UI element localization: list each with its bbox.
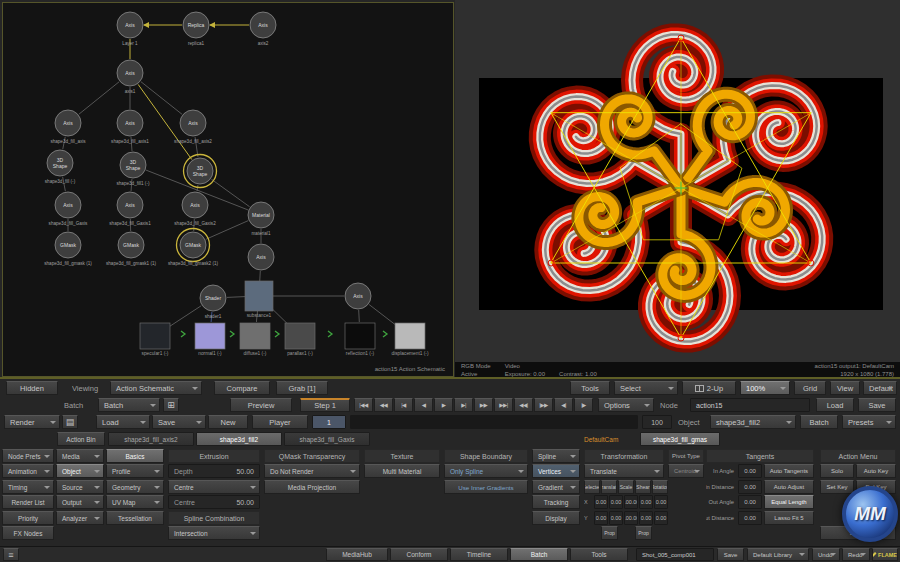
default-dropdown[interactable]: Default <box>863 381 897 395</box>
uv-map-dropdown[interactable]: UV Map <box>106 495 164 509</box>
tools-button[interactable]: Tools <box>570 381 610 395</box>
x-value[interactable]: 100.00 <box>624 495 638 509</box>
transport-button-4[interactable]: ▶ <box>434 398 453 412</box>
spline-dropdown[interactable]: Spline <box>532 449 580 463</box>
node-thumbnail-parallax1[interactable]: parallax1 (-) <box>285 323 315 356</box>
only-spline-dropdown[interactable]: Only Spline <box>444 464 528 478</box>
schematic-node-shape3d_fill_axis[interactable]: Axisshape3d_fill_axis <box>50 110 86 144</box>
schematic-node-axis1[interactable]: Axisaxis1 <box>117 60 143 94</box>
y-value[interactable]: 0.00 <box>594 511 608 525</box>
media-projection-button[interactable]: Media Projection <box>264 480 360 494</box>
new-button[interactable]: New <box>208 415 248 429</box>
grid-button[interactable]: Grid <box>794 381 826 395</box>
transport-button-5[interactable]: ▶| <box>454 398 473 412</box>
load-setup-dropdown[interactable]: Load <box>96 415 150 429</box>
animation-dropdown[interactable]: Animation <box>2 464 54 478</box>
auto-adjust-button[interactable]: Auto Adjust <box>764 480 814 494</box>
view-button[interactable]: View <box>830 381 860 395</box>
depth-field[interactable]: Depth50.00 <box>168 464 260 478</box>
tessellation-button[interactable]: Tessellation <box>106 511 164 525</box>
transport-button-3[interactable]: ◀ <box>414 398 433 412</box>
use-inner-gradients-button[interactable]: Use Inner Gradients <box>444 480 528 494</box>
select-mode-dropdown[interactable]: Select <box>614 381 678 395</box>
do-not-render-dropdown[interactable]: Do Not Render <box>264 464 360 478</box>
transport-button-6[interactable]: ▶▶ <box>474 398 493 412</box>
schematic-node-Layer-1[interactable]: AxisLayer 1 <box>117 12 143 46</box>
node-thumbnail-substance1[interactable]: substance1 <box>245 281 273 318</box>
display-button[interactable]: Display <box>532 511 580 525</box>
viewing-dropdown[interactable]: Action Schematic <box>110 381 202 395</box>
output-dropdown[interactable]: Output <box>56 495 104 509</box>
schematic-node-Axis[interactable]: Axis <box>345 283 371 309</box>
x-value[interactable]: 0.00 <box>654 495 668 509</box>
hidden-button[interactable]: Hidden <box>6 381 58 395</box>
save-button[interactable]: Save <box>858 398 896 412</box>
options-dropdown[interactable]: Options <box>598 398 654 412</box>
translate-dropdown[interactable]: Translate <box>584 464 664 478</box>
schematic-node-shape3d_fill1-(-)[interactable]: 3DShapeshape3d_fill1 (-) <box>117 152 150 186</box>
step-button[interactable]: Step 1 <box>300 398 350 412</box>
schematic-node-shader1[interactable]: Shadershader1 <box>200 285 226 319</box>
col-shear[interactable]: Shear <box>635 480 651 494</box>
x-value[interactable]: 0.00 <box>594 495 608 509</box>
node-thumbnail-reflection1[interactable]: reflection1 (-) <box>345 323 375 356</box>
centroid-dropdown[interactable]: Centroid <box>668 464 704 478</box>
result-viewport[interactable]: RGB Mode Active Video Exposure: 0.00 Con… <box>455 0 900 378</box>
schematic-node-shape3d_fill_gmask2-(1)[interactable]: GMaskshape3d_fill_gmask2 (1) <box>168 229 219 267</box>
transport-button-7[interactable]: ▶▶| <box>494 398 513 412</box>
basics-tab[interactable]: Basics <box>106 449 164 463</box>
save-setup-dropdown[interactable]: Save <box>152 415 206 429</box>
tracking-button[interactable]: Tracking <box>532 495 580 509</box>
batch-target-button[interactable]: Batch <box>800 415 838 429</box>
y-value[interactable]: 0.00 <box>609 511 623 525</box>
grab-button[interactable]: Grab [1] <box>276 381 328 395</box>
grid-view-icon[interactable]: ⊞ <box>163 398 179 412</box>
set-key-button[interactable]: Set Key <box>820 480 854 494</box>
object-tab[interactable]: shape3d_fill_Gaxis <box>284 432 370 446</box>
render-list-button[interactable]: Render List <box>2 495 54 509</box>
node-name-field[interactable]: action15 <box>690 398 810 412</box>
timing-dropdown[interactable]: Timing <box>2 480 54 494</box>
schematic-node-Axis[interactable]: Axis <box>248 244 274 270</box>
transport-button-2[interactable]: |◀ <box>394 398 413 412</box>
list-icon[interactable]: ▤ <box>62 415 78 429</box>
undo-dropdown[interactable]: Undo <box>812 548 840 561</box>
load-button[interactable]: Load <box>816 398 854 412</box>
schematic-node-shape3d_fill_Gaxis1[interactable]: Axisshape3d_fill_Gaxis1 <box>109 192 151 226</box>
col-translate[interactable]: Translate <box>601 480 617 494</box>
centre-dropdown[interactable]: Centre <box>168 480 260 494</box>
schematic-node-replica1[interactable]: Replicareplica1 <box>183 12 209 46</box>
tab-tools[interactable]: Tools <box>570 548 628 561</box>
vertices-dropdown[interactable]: Vertices <box>532 464 580 478</box>
media-dropdown[interactable]: Media <box>56 449 104 463</box>
y-value[interactable]: 0.00 <box>654 511 668 525</box>
schematic-node-axis2[interactable]: Axisaxis2 <box>250 12 276 46</box>
transport-button-1[interactable]: ◀◀ <box>374 398 393 412</box>
timebar[interactable] <box>350 415 638 429</box>
render-dropdown[interactable]: Render <box>4 415 60 429</box>
camera-label[interactable]: DefaultCam <box>584 432 636 446</box>
player-button[interactable]: Player <box>252 415 308 429</box>
preview-button[interactable]: Preview <box>230 398 292 412</box>
auto-tangents-button[interactable]: Auto Tangents <box>764 464 814 478</box>
save-shot-button[interactable]: Save <box>717 548 744 561</box>
schematic-node-shape3d_fill_axis1[interactable]: Axisshape3d_fill_axis1 <box>111 110 149 144</box>
tab-conform[interactable]: Conform <box>390 548 448 561</box>
tab-timeline[interactable]: Timeline <box>450 548 508 561</box>
x-value[interactable]: 0.00 <box>609 495 623 509</box>
transport-button-11[interactable]: |▶ <box>574 398 593 412</box>
centre-value-field[interactable]: Centre50.00 <box>168 495 260 509</box>
col-selected[interactable]: Selected <box>584 480 600 494</box>
prop-y-button[interactable]: Prop <box>635 526 652 540</box>
priority-button[interactable]: Priority <box>2 511 54 525</box>
object-tab-active[interactable]: shape3d_fill2 <box>196 432 282 446</box>
solo-button[interactable]: Solo <box>820 464 854 478</box>
source-dropdown[interactable]: Source <box>56 480 104 494</box>
node-prefs-dropdown[interactable]: Node Prefs <box>2 449 54 463</box>
prop-x-button[interactable]: Prop <box>601 526 618 540</box>
col-scale[interactable]: Scale <box>618 480 634 494</box>
action-bin-button[interactable]: Action Bin <box>57 432 105 446</box>
tab-batch-active[interactable]: Batch <box>510 548 568 561</box>
equal-length-button[interactable]: Equal Length <box>764 495 814 509</box>
object-tab[interactable]: shape3d_fill_axis2 <box>108 432 194 446</box>
